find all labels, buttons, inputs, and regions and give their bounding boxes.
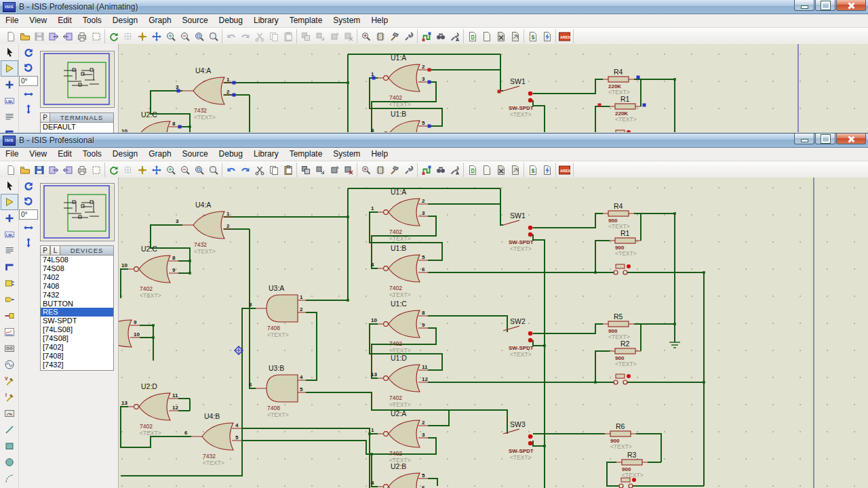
schematic-editor[interactable]: U4:A7432<TEXT>123U2:C7402<TEXT>8910U3:A7…: [119, 178, 868, 488]
property-assignment-button[interactable]: A: [448, 30, 462, 43]
tool-buses-mode[interactable]: [1, 125, 18, 133]
flip-vertical-button[interactable]: [20, 235, 37, 250]
menu-design[interactable]: Design: [107, 148, 143, 161]
selector-item-default[interactable]: DEFAULT: [41, 123, 113, 131]
tool-voltage-probe-mode[interactable]: V: [1, 373, 18, 389]
menu-view[interactable]: View: [24, 148, 52, 161]
save-design-button[interactable]: [32, 163, 46, 177]
selector-item-74ls08[interactable]: [74LS08]: [41, 325, 113, 334]
selector-item-74ls08[interactable]: 74LS08: [41, 256, 113, 264]
zoom-all-button[interactable]: [192, 163, 206, 177]
new-file-button[interactable]: [3, 30, 18, 43]
flip-horizontal-button[interactable]: [20, 87, 37, 102]
save-design-button[interactable]: [32, 30, 46, 43]
menu-library[interactable]: Library: [248, 14, 284, 27]
copy-button[interactable]: [267, 163, 281, 177]
tool-graph-mode[interactable]: [1, 324, 18, 340]
selector-library-button[interactable]: L: [50, 245, 60, 256]
tool-device-pins-mode[interactable]: [1, 308, 18, 324]
selector-item-7408[interactable]: [7408]: [41, 352, 113, 361]
wire-autorouter-button[interactable]: [419, 30, 433, 43]
tool-component-mode[interactable]: [1, 60, 18, 77]
selector-pick-button[interactable]: P: [40, 113, 50, 123]
close-button[interactable]: [836, 134, 866, 144]
design-explorer-button[interactable]: [465, 163, 479, 177]
print-button[interactable]: [75, 163, 89, 177]
toggle-grid-button[interactable]: [121, 163, 135, 177]
maximize-button[interactable]: [815, 0, 835, 11]
zoom-area-button[interactable]: [206, 163, 220, 177]
rotate-clockwise-button[interactable]: [20, 45, 37, 60]
zoom-all-button[interactable]: [192, 30, 206, 43]
block-rotate-button[interactable]: [327, 30, 341, 43]
goto-sheet-button[interactable]: [508, 30, 522, 43]
tool-2d-arc[interactable]: [1, 470, 18, 487]
rotate-anticlockwise-button[interactable]: [20, 60, 37, 75]
menu-tools[interactable]: Tools: [77, 148, 107, 161]
pick-device-button[interactable]: [359, 30, 373, 43]
close-button[interactable]: [836, 0, 866, 11]
netlist-to-ares-button[interactable]: ARES: [557, 163, 572, 177]
remove-sheet-button[interactable]: [494, 30, 508, 43]
selector-item-7402[interactable]: 7402: [41, 273, 113, 282]
zoom-in-button[interactable]: [163, 30, 178, 43]
redo-button[interactable]: [238, 30, 252, 43]
selector-item-74s08[interactable]: [74S08]: [41, 334, 113, 343]
mark-output-area-button[interactable]: [89, 30, 103, 43]
cut-button[interactable]: [252, 30, 267, 43]
flip-vertical-button[interactable]: [20, 102, 37, 117]
block-delete-button[interactable]: [341, 30, 355, 43]
menu-library[interactable]: Library: [248, 148, 284, 161]
make-device-button[interactable]: [373, 30, 387, 43]
menu-system[interactable]: System: [328, 14, 366, 27]
menu-graph[interactable]: Graph: [143, 148, 176, 161]
menu-template[interactable]: Template: [284, 148, 328, 161]
minimize-button[interactable]: [794, 0, 814, 11]
paste-button[interactable]: [281, 30, 295, 43]
copy-button[interactable]: [267, 30, 281, 43]
tool-component-mode[interactable]: [1, 194, 18, 210]
menu-help[interactable]: Help: [366, 14, 393, 27]
rotation-angle-field[interactable]: 0°: [19, 209, 38, 220]
paste-button[interactable]: [281, 163, 295, 177]
pick-device-button[interactable]: [359, 163, 373, 177]
minimize-button[interactable]: [794, 134, 814, 144]
menu-tools[interactable]: Tools: [77, 14, 107, 27]
new-root-sheet-button[interactable]: [479, 163, 494, 177]
export-section-button[interactable]: [60, 163, 75, 177]
tool-subcircuit-mode[interactable]: [1, 275, 18, 291]
decompose-button[interactable]: [401, 163, 416, 177]
tool-generator-mode[interactable]: [1, 357, 18, 373]
decompose-button[interactable]: [401, 30, 416, 43]
remove-sheet-button[interactable]: [494, 163, 508, 177]
menu-debug[interactable]: Debug: [214, 14, 248, 27]
electrical-rules-check-button[interactable]: [540, 163, 554, 177]
menu-debug[interactable]: Debug: [214, 148, 248, 161]
tool-2d-circle[interactable]: [1, 454, 18, 470]
pan-button[interactable]: [149, 30, 163, 43]
selector-item-7432[interactable]: [7432]: [41, 361, 113, 369]
rotation-angle-field[interactable]: 0°: [19, 76, 38, 86]
export-section-button[interactable]: [60, 30, 75, 43]
pan-button[interactable]: [149, 163, 163, 177]
block-move-button[interactable]: [313, 30, 327, 43]
tool-text-script-mode[interactable]: [1, 109, 18, 125]
toggle-false-origin-button[interactable]: [135, 163, 149, 177]
block-delete-button[interactable]: [341, 163, 355, 177]
toggle-grid-button[interactable]: [121, 30, 135, 43]
search-tag-button[interactable]: [433, 163, 448, 177]
menu-view[interactable]: View: [24, 14, 52, 27]
tool-current-probe-mode[interactable]: I: [1, 389, 18, 405]
open-design-button[interactable]: [18, 163, 32, 177]
bill-of-materials-button[interactable]: $: [526, 163, 540, 177]
menu-graph[interactable]: Graph: [143, 14, 176, 27]
new-root-sheet-button[interactable]: [479, 30, 494, 43]
block-copy-button[interactable]: [298, 30, 313, 43]
selector-item-button[interactable]: BUTTON: [41, 300, 113, 308]
selector-item-7402[interactable]: [7402]: [41, 343, 113, 352]
goto-sheet-button[interactable]: [508, 163, 522, 177]
selector-item-7432[interactable]: 7432: [41, 291, 113, 300]
print-button[interactable]: [75, 30, 89, 43]
window-titlebar[interactable]: ISIS B - ISIS Professional (Animating): [0, 0, 868, 14]
rotate-anticlockwise-button[interactable]: [20, 194, 37, 209]
